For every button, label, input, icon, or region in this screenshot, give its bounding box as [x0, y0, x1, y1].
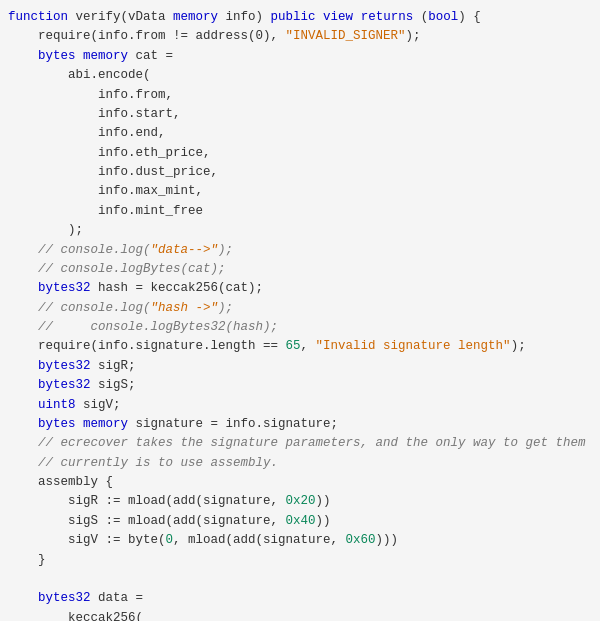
code-line-18: require(info.signature.length == 65, "In… — [0, 337, 600, 356]
code-viewer: function verify(vData memory info) publi… — [0, 0, 600, 621]
code-line-10: info.max_mint, — [0, 182, 600, 201]
code-line-8: info.eth_price, — [0, 144, 600, 163]
code-line-19: bytes32 sigR; — [0, 357, 600, 376]
code-line-12: ); — [0, 221, 600, 240]
code-line-14: // console.logBytes(cat); — [0, 260, 600, 279]
code-line-13: // console.log("data-->"); — [0, 241, 600, 260]
code-line-15: bytes32 hash = keccak256(cat); — [0, 279, 600, 298]
code-line-24: // currently is to use assembly. — [0, 454, 600, 473]
code-line-17: // console.logBytes32(hash); — [0, 318, 600, 337]
code-line-3: bytes memory cat = — [0, 47, 600, 66]
code-line-27: sigS := mload(add(signature, 0x40)) — [0, 512, 600, 531]
code-line-32: keccak256( — [0, 609, 600, 621]
code-line-22: bytes memory signature = info.signature; — [0, 415, 600, 434]
code-line-30 — [0, 570, 600, 589]
code-line-23: // ecrecover takes the signature paramet… — [0, 434, 600, 453]
code-line-2: require(info.from != address(0), "INVALI… — [0, 27, 600, 46]
code-line-1: function verify(vData memory info) publi… — [0, 8, 600, 27]
code-line-25: assembly { — [0, 473, 600, 492]
code-line-9: info.dust_price, — [0, 163, 600, 182]
code-line-29: } — [0, 551, 600, 570]
code-line-6: info.start, — [0, 105, 600, 124]
code-line-31: bytes32 data = — [0, 589, 600, 608]
code-line-26: sigR := mload(add(signature, 0x20)) — [0, 492, 600, 511]
code-line-4: abi.encode( — [0, 66, 600, 85]
code-line-20: bytes32 sigS; — [0, 376, 600, 395]
code-line-28: sigV := byte(0, mload(add(signature, 0x6… — [0, 531, 600, 550]
code-line-5: info.from, — [0, 86, 600, 105]
code-line-11: info.mint_free — [0, 202, 600, 221]
code-line-7: info.end, — [0, 124, 600, 143]
code-line-16: // console.log("hash ->"); — [0, 299, 600, 318]
code-line-21: uint8 sigV; — [0, 396, 600, 415]
